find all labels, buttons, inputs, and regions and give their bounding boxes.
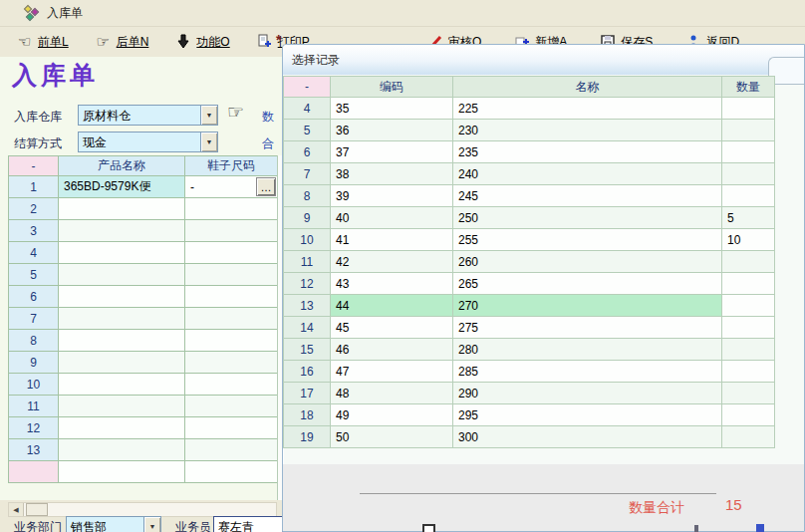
- toolbar-button-后单N[interactable]: ☞后单N: [95, 34, 149, 51]
- row-number[interactable]: 7: [9, 308, 59, 330]
- cell-code[interactable]: 37: [331, 141, 453, 163]
- cell-product-name[interactable]: 365BD-9579K便: [59, 176, 185, 198]
- row-number[interactable]: 1: [9, 176, 59, 198]
- cell-name[interactable]: 295: [453, 404, 722, 426]
- cell-quantity[interactable]: [722, 426, 775, 448]
- cell-product-name[interactable]: [59, 439, 185, 461]
- cell-product-name[interactable]: [59, 308, 185, 330]
- row-number[interactable]: 6: [9, 286, 59, 308]
- toolbar-button-前单L[interactable]: ☜前单L: [16, 34, 69, 51]
- cell-quantity[interactable]: [722, 383, 775, 404]
- payment-combobox[interactable]: 现金: [78, 132, 218, 152]
- toolbar-button-功能O[interactable]: 功能O: [174, 34, 229, 51]
- cell-shoe-size[interactable]: [185, 439, 278, 461]
- cell-quantity[interactable]: 5: [722, 207, 775, 229]
- cell-product-name[interactable]: [59, 330, 185, 352]
- row-number[interactable]: 12: [9, 417, 59, 439]
- row-number[interactable]: 14: [284, 317, 331, 339]
- cell-quantity[interactable]: [722, 295, 775, 317]
- cell-shoe-size[interactable]: [185, 264, 278, 286]
- row-number[interactable]: [9, 461, 59, 483]
- row-number[interactable]: 13: [284, 295, 331, 317]
- cell-product-name[interactable]: [59, 461, 185, 483]
- row-number[interactable]: 10: [284, 229, 331, 251]
- cell-name[interactable]: 285: [453, 361, 722, 383]
- cell-quantity[interactable]: [722, 273, 775, 295]
- row-number[interactable]: 17: [284, 383, 331, 404]
- cell-name[interactable]: 290: [453, 383, 722, 404]
- cell-code[interactable]: 35: [331, 98, 453, 120]
- row-number[interactable]: 8: [9, 330, 59, 352]
- cell-quantity[interactable]: [722, 141, 775, 163]
- cell-name[interactable]: 225: [453, 98, 722, 120]
- cell-code[interactable]: 50: [331, 426, 453, 448]
- cell-name[interactable]: 265: [453, 273, 722, 295]
- cell-code[interactable]: 40: [331, 207, 453, 229]
- cell-product-name[interactable]: [59, 264, 185, 286]
- cell-quantity[interactable]: [722, 339, 775, 361]
- cell-code[interactable]: 39: [331, 185, 453, 207]
- cell-code[interactable]: 49: [331, 404, 453, 426]
- cell-quantity[interactable]: 10: [722, 229, 775, 251]
- cell-name[interactable]: 300: [453, 426, 722, 448]
- cell-name[interactable]: 240: [453, 163, 722, 185]
- cell-quantity[interactable]: [722, 185, 775, 207]
- dialog-titlebar[interactable]: 选择记录: [283, 45, 804, 75]
- cell-quantity[interactable]: [722, 361, 775, 383]
- cell-product-name[interactable]: [59, 396, 185, 417]
- chevron-down-icon[interactable]: [200, 106, 217, 125]
- staff-field[interactable]: 赛左青: [213, 516, 283, 532]
- cell-shoe-size[interactable]: [185, 286, 278, 308]
- cell-name[interactable]: 280: [453, 339, 722, 361]
- cell-name[interactable]: 255: [453, 229, 722, 251]
- cell-quantity[interactable]: [722, 98, 775, 120]
- size-picker-button[interactable]: …: [256, 177, 276, 196]
- row-number[interactable]: 15: [284, 339, 331, 361]
- cell-shoe-size[interactable]: [185, 308, 278, 330]
- cell-product-name[interactable]: [59, 352, 185, 374]
- row-number[interactable]: 18: [284, 404, 331, 426]
- cell-code[interactable]: 38: [331, 163, 453, 185]
- cell-shoe-size[interactable]: -…: [185, 176, 278, 198]
- row-number[interactable]: 9: [9, 352, 59, 374]
- cell-code[interactable]: 43: [331, 273, 453, 295]
- cell-quantity[interactable]: [722, 163, 775, 185]
- cell-name[interactable]: 235: [453, 141, 722, 163]
- row-number[interactable]: 11: [9, 396, 59, 417]
- row-number[interactable]: 16: [284, 361, 331, 383]
- cell-quantity[interactable]: [722, 404, 775, 426]
- department-combobox[interactable]: 销售部: [66, 516, 161, 532]
- row-number[interactable]: 5: [9, 264, 59, 286]
- cell-code[interactable]: 41: [331, 229, 453, 251]
- cell-shoe-size[interactable]: [185, 461, 278, 483]
- row-number[interactable]: 8: [284, 185, 331, 207]
- cell-shoe-size[interactable]: [185, 198, 278, 220]
- cell-shoe-size[interactable]: [185, 396, 278, 417]
- cell-product-name[interactable]: [59, 374, 185, 396]
- row-number[interactable]: 5: [284, 120, 331, 141]
- cell-shoe-size[interactable]: [185, 417, 278, 439]
- horizontal-scrollbar[interactable]: [8, 502, 277, 517]
- cell-quantity[interactable]: [722, 317, 775, 339]
- row-number[interactable]: 13: [9, 439, 59, 461]
- cell-code[interactable]: 45: [331, 317, 453, 339]
- cell-code[interactable]: 44: [331, 295, 453, 317]
- cell-product-name[interactable]: [59, 286, 185, 308]
- cell-product-name[interactable]: [59, 198, 185, 220]
- chevron-down-icon[interactable]: [200, 133, 217, 151]
- warehouse-combobox[interactable]: 原材料仓: [78, 105, 218, 126]
- row-number[interactable]: 2: [9, 198, 59, 220]
- cell-name[interactable]: 230: [453, 120, 722, 141]
- row-number[interactable]: 9: [284, 207, 331, 229]
- row-number[interactable]: 6: [284, 141, 331, 163]
- cell-product-name[interactable]: [59, 242, 185, 264]
- cell-name[interactable]: 275: [453, 317, 722, 339]
- chevron-down-icon[interactable]: [143, 517, 160, 532]
- row-number[interactable]: 3: [9, 220, 59, 242]
- row-number[interactable]: 4: [284, 98, 331, 120]
- row-number[interactable]: 19: [284, 426, 331, 448]
- row-number[interactable]: 10: [9, 374, 59, 396]
- cell-code[interactable]: 36: [331, 120, 453, 141]
- cell-name[interactable]: 245: [453, 185, 722, 207]
- cell-name[interactable]: 260: [453, 251, 722, 273]
